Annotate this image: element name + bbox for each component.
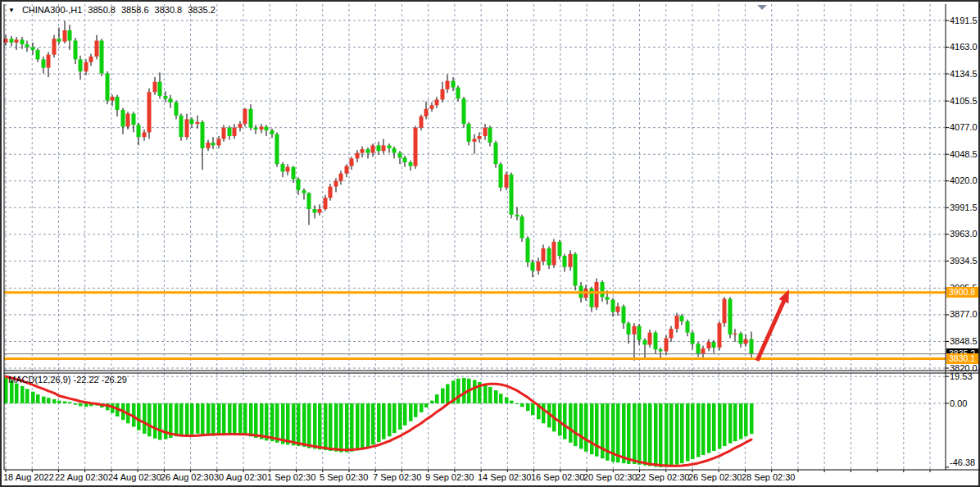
macd-histogram-bar (179, 403, 184, 435)
candle-body (558, 242, 562, 256)
candle-body (95, 41, 99, 57)
time-axis-label[interactable]: 22 Sep 02:30 (636, 472, 689, 482)
candle-body (100, 41, 104, 74)
candle-body (707, 342, 711, 348)
macd-histogram-bar (595, 403, 599, 457)
macd-histogram-bar (238, 403, 243, 435)
time-axis-label[interactable]: 30 Aug 02:30 (214, 472, 267, 482)
candle-body (52, 39, 57, 54)
candle-body (201, 122, 205, 148)
candle-body (281, 164, 285, 171)
macd-histogram-bar (707, 403, 711, 453)
macd-histogram-bar (63, 401, 67, 403)
candle-body (654, 333, 658, 350)
macd-histogram-bar (206, 403, 211, 435)
macd-histogram-bar (175, 403, 179, 436)
time-axis-label[interactable]: 24 Aug 02:30 (108, 472, 161, 482)
macd-histogram-bar (739, 403, 743, 439)
time-axis-label[interactable]: 18 Aug 2022 (3, 472, 54, 482)
macd-histogram-bar (388, 403, 392, 436)
macd-histogram-bar (435, 394, 439, 403)
candle-body (478, 136, 482, 139)
macd-histogram-bar (483, 384, 488, 403)
candle-body (345, 166, 349, 173)
symbol-info-bar[interactable]: ▼ CHINA300-,H1 3850.8 3858.6 3830.8 3835… (8, 5, 216, 15)
candle-body (143, 132, 147, 137)
macd-histogram-bar (275, 403, 279, 443)
candle-body (158, 82, 162, 96)
candle-body (366, 149, 370, 153)
trend-arrow-shaft[interactable] (757, 298, 785, 361)
macd-histogram-bar (201, 403, 205, 435)
macd-histogram-bar (584, 403, 588, 452)
macd-histogram-bar (659, 403, 663, 467)
macd-histogram-bar (222, 403, 226, 435)
candle-body (669, 329, 674, 338)
macd-axis-label: 0.00 (950, 398, 967, 408)
candle-body (696, 344, 701, 354)
candle-body (744, 339, 748, 344)
price-axis-label: 3963.0 (950, 229, 978, 239)
macd-histogram-bar (20, 386, 25, 403)
candle-body (382, 145, 386, 151)
candle-body (420, 116, 424, 128)
time-axis-label[interactable]: 5 Sep 02:30 (320, 472, 368, 482)
price-axis-label: 3991.5 (950, 203, 978, 212)
time-axis-label[interactable]: 26 Sep 02:30 (688, 472, 742, 482)
macd-histogram-bar (403, 403, 407, 426)
time-axis-label[interactable]: 26 Aug 02:30 (161, 472, 214, 482)
candle-body (153, 82, 157, 93)
macd-histogram-bar (302, 403, 306, 447)
time-axis-label[interactable]: 28 Sep 02:30 (742, 472, 795, 482)
macd-histogram-bar (74, 403, 78, 405)
quote-high: 3858.6 (121, 5, 149, 15)
macd-histogram-bar (750, 403, 754, 434)
chart-canvas[interactable] (2, 2, 980, 487)
time-axis-label[interactable]: 20 Sep 02:30 (583, 472, 637, 482)
macd-histogram-bar (286, 403, 290, 444)
macd-histogram-bar (68, 402, 72, 403)
candle-body (643, 340, 647, 345)
macd-histogram-bar (665, 403, 669, 467)
candle-body (665, 338, 669, 351)
candle-body (350, 158, 354, 166)
candle-body (356, 152, 360, 158)
macd-histogram-bar (25, 389, 29, 403)
candle-body (441, 89, 445, 100)
macd-histogram-bar (563, 403, 567, 439)
candle-body (728, 299, 733, 335)
macd-histogram-bar (622, 403, 626, 463)
chart-shift-marker[interactable] (757, 5, 767, 10)
macd-histogram-bar (420, 403, 424, 412)
candle-body (68, 30, 72, 41)
time-axis-label[interactable]: 7 Sep 02:30 (373, 472, 421, 482)
price-axis-label: 4163.0 (950, 42, 978, 52)
candle-body (25, 44, 29, 47)
time-axis-label[interactable]: 14 Sep 02:30 (478, 472, 531, 482)
macd-histogram-bar (15, 384, 19, 403)
candle-body (292, 167, 296, 180)
macd-histogram-bar (143, 403, 147, 434)
candle-body (537, 262, 541, 271)
candle-body (137, 125, 141, 137)
macd-histogram-bar (398, 403, 402, 430)
macd-histogram-bar (515, 403, 519, 404)
time-axis-label[interactable]: 16 Sep 02:30 (531, 472, 584, 482)
macd-histogram-bar (254, 403, 258, 438)
macd-histogram-bar (356, 403, 360, 450)
price-axis-label: 4134.5 (950, 69, 978, 79)
candle-body (84, 62, 88, 71)
quote-open: 3850.8 (88, 5, 116, 15)
candle-body (633, 326, 637, 335)
candle-body (249, 109, 253, 128)
price-axis-label: 3877.0 (950, 309, 978, 319)
candle-body (318, 209, 322, 213)
symbol-dropdown-icon[interactable]: ▼ (8, 7, 15, 14)
candle-body (723, 299, 727, 324)
time-axis-label[interactable]: 22 Aug 02:30 (55, 472, 108, 482)
macd-histogram-bar (243, 403, 247, 435)
candle-body (126, 114, 130, 127)
time-axis-label[interactable]: 1 Sep 02:30 (267, 472, 315, 482)
time-axis-label[interactable]: 9 Sep 02:30 (425, 472, 474, 482)
candle-body (552, 242, 556, 266)
